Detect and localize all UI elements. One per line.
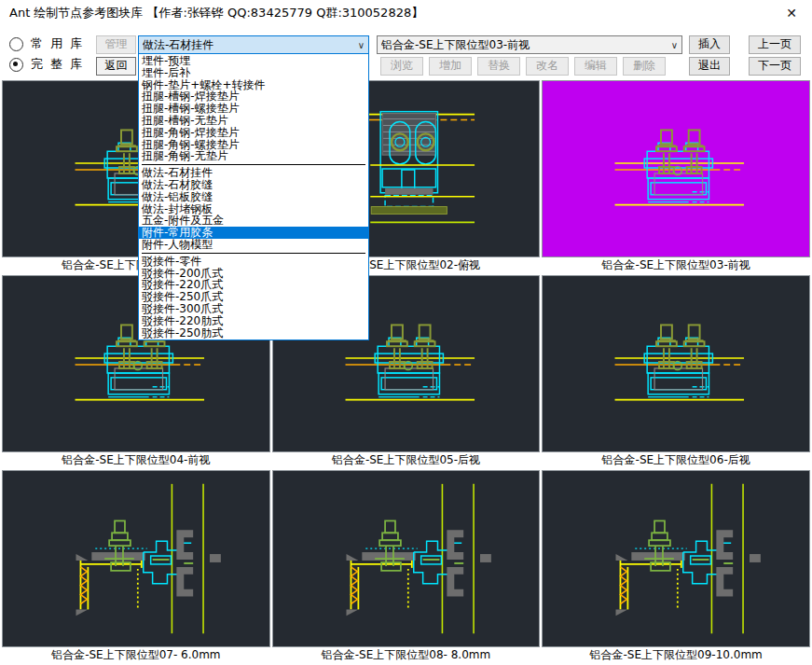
dropdown-item[interactable]: 做法-石材胶缝 — [139, 179, 368, 191]
thumbnail-grid: 铝合金-SE上下限位型01-俯视 铝合金-SE上下限位型02-俯视 铝合金-SE… — [2, 80, 810, 663]
add-button[interactable]: 增加 — [429, 57, 472, 76]
category-combobox[interactable]: 做法-石材挂件 ∨ — [138, 35, 369, 54]
dropdown-item[interactable]: 扭腿-角钢-焊接垫片 — [139, 127, 368, 139]
radio-unchecked-icon[interactable] — [9, 37, 23, 51]
manage-button[interactable]: 管理 — [96, 35, 136, 54]
dropdown-separator — [142, 164, 365, 165]
cad-section-drawing — [273, 471, 540, 646]
delete-button[interactable]: 删除 — [623, 57, 666, 76]
thumbnail-caption: 铝合金-SE上下限位型06-后视 — [542, 452, 810, 468]
dropdown-item[interactable]: 附件-人物模型 — [139, 239, 368, 251]
prev-page-button[interactable]: 上一页 — [749, 35, 801, 54]
thumbnail-caption: 铝合金-SE上下限位型07- 6.0mm — [2, 647, 270, 663]
cad-section-drawing — [543, 471, 809, 646]
block-value: 铝合金-SE上下限位型03-前视 — [381, 37, 667, 53]
thumbnail-caption: 铝合金-SE上下限位型09-10.0mm — [542, 647, 810, 663]
grid-cell: 铝合金-SE上下限位型07- 6.0mm — [2, 470, 270, 663]
replace-button[interactable]: 替换 — [477, 57, 520, 76]
radio-full-library[interactable]: 完 整 库 — [9, 57, 84, 72]
thumbnail-06[interactable] — [542, 275, 810, 452]
radio-checked-icon[interactable] — [9, 58, 23, 72]
edit-button[interactable]: 编辑 — [574, 57, 617, 76]
category-value: 做法-石材挂件 — [143, 37, 354, 53]
dropdown-item[interactable]: 埋件-后补 — [139, 67, 368, 79]
thumbnail-caption: 铝合金-SE上下限位型05-后视 — [272, 452, 541, 468]
close-icon[interactable]: ✕ — [771, 0, 812, 26]
thumbnail-caption: 铝合金-SE上下限位型03-前视 — [542, 257, 810, 273]
dropdown-item[interactable]: 驳接件-零件 — [139, 256, 368, 268]
radio-common-library[interactable]: 常 用 库 — [9, 36, 84, 51]
thumbnail-caption: 铝合金-SE上下限位型08- 8.0mm — [272, 647, 541, 663]
thumbnail-03-selected[interactable] — [542, 80, 810, 257]
cad-front-drawing — [543, 81, 809, 256]
dropdown-item[interactable]: 驳接件-300爪式 — [139, 303, 368, 315]
dropdown-item[interactable]: 驳接件-250肋式 — [139, 327, 368, 339]
browse-button[interactable]: 浏览 — [380, 57, 423, 76]
block-combobox[interactable]: 铝合金-SE上下限位型03-前视 ∨ — [377, 35, 682, 54]
thumbnail-caption: 铝合金-SE上下限位型04-前视 — [2, 452, 270, 468]
exit-button[interactable]: 退出 — [689, 57, 730, 76]
thumbnail-07[interactable] — [2, 470, 270, 647]
window-title: Ant 绘制节点参考图块库 【作者:张铎铧 QQ:83425779 Q群:310… — [9, 0, 423, 26]
back-button[interactable]: 返回 — [96, 57, 136, 76]
radio-common-label: 常 用 库 — [31, 35, 84, 52]
thumbnail-08[interactable] — [272, 470, 541, 647]
category-dropdown-list: 埋件-预埋 埋件-后补 钢件-垫片+螺栓+转接件 扭腿-槽钢-焊接垫片 扭腿-槽… — [138, 53, 369, 340]
cad-section-drawing — [3, 471, 269, 646]
grid-cell: 铝合金-SE上下限位型09-10.0mm — [542, 470, 810, 663]
cad-front-drawing — [543, 276, 809, 451]
chevron-down-icon[interactable]: ∨ — [667, 40, 678, 50]
dropdown-item[interactable]: 埋件-预埋 — [139, 55, 368, 67]
insert-button[interactable]: 插入 — [689, 35, 730, 54]
radio-full-label: 完 整 库 — [31, 56, 84, 73]
chevron-down-icon[interactable]: ∨ — [354, 40, 365, 50]
dropdown-item[interactable]: 扭腿-槽钢-无垫片 — [139, 115, 368, 127]
grid-cell: 铝合金-SE上下限位型06-后视 — [542, 275, 810, 468]
grid-cell: 铝合金-SE上下限位型08- 8.0mm — [272, 470, 541, 663]
title-bar: Ant 绘制节点参考图块库 【作者:张铎铧 QQ:83425779 Q群:310… — [0, 0, 812, 26]
next-page-button[interactable]: 下一页 — [749, 57, 801, 76]
dropdown-item[interactable]: 扭腿-角钢-无垫片 — [139, 150, 368, 162]
dropdown-item[interactable]: 驳接件-220肋式 — [139, 315, 368, 327]
rename-button[interactable]: 改名 — [526, 57, 569, 76]
thumbnail-09[interactable] — [542, 470, 810, 647]
dropdown-item[interactable]: 做法-铝板胶缝 — [139, 191, 368, 203]
grid-cell: 铝合金-SE上下限位型03-前视 — [542, 80, 810, 273]
dropdown-separator — [142, 253, 365, 254]
